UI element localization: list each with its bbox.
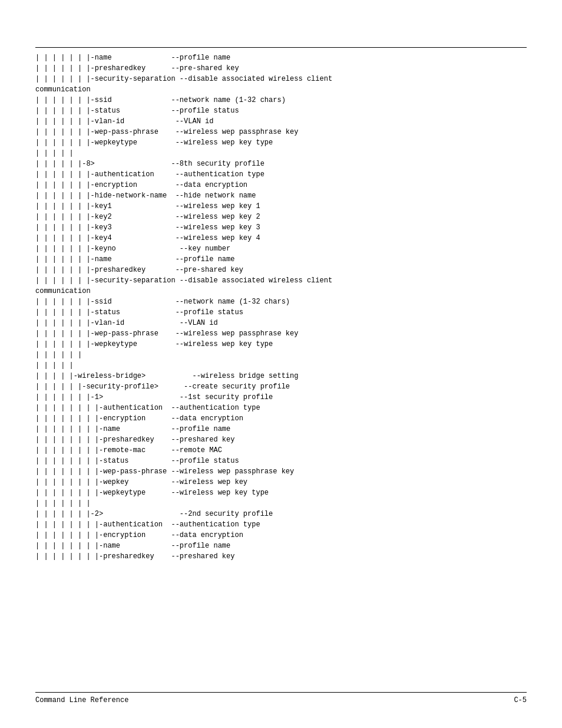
- footer-left: Command Line Reference: [35, 696, 128, 704]
- top-divider: [35, 47, 527, 48]
- footer-right: C-5: [514, 696, 527, 704]
- bottom-bar: Command Line Reference C-5: [35, 692, 527, 704]
- page-container: | | | | | | |-name --profile name | | | …: [0, 0, 562, 728]
- code-content: | | | | | | |-name --profile name | | | …: [35, 52, 527, 562]
